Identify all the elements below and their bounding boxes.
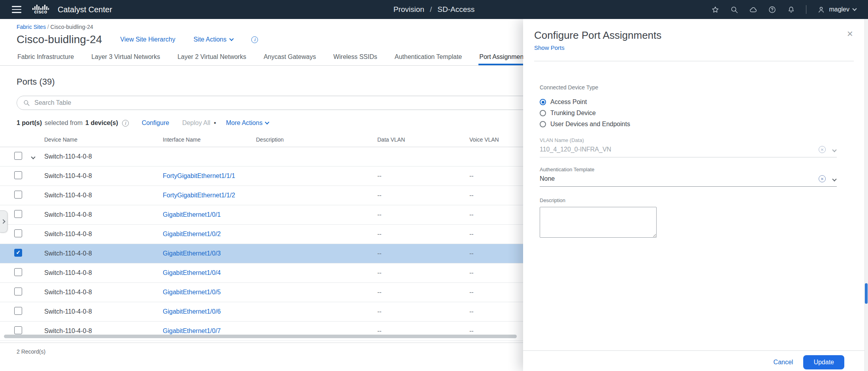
- radio-access-point[interactable]: Access Point: [540, 97, 843, 108]
- site-actions-dropdown[interactable]: Site Actions: [194, 36, 233, 43]
- row-checkbox[interactable]: [14, 326, 22, 334]
- panel-divider: [534, 61, 854, 61]
- interface-link[interactable]: FortyGigabitEthernet1/1/2: [163, 192, 235, 199]
- data-vlan-cell: --: [377, 172, 469, 180]
- tab-layer2-virtual-networks[interactable]: Layer 2 Virtual Networks: [177, 51, 247, 65]
- data-vlan-cell: --: [377, 192, 469, 199]
- device-name-cell: Switch-110-4-0-8: [44, 211, 163, 218]
- notifications-icon[interactable]: [787, 6, 795, 14]
- update-button[interactable]: Update: [803, 355, 844, 369]
- chevron-down-icon: [230, 36, 234, 41]
- radio-icon: [540, 121, 546, 127]
- device-name-cell: Switch-110-4-0-8: [44, 250, 163, 257]
- tab-layer3-virtual-networks[interactable]: Layer 3 Virtual Networks: [90, 51, 161, 65]
- device-name-cell: Switch-110-4-0-8: [44, 269, 163, 276]
- row-checkbox[interactable]: [14, 249, 22, 257]
- tab-port-assignment[interactable]: Port Assignment: [478, 51, 526, 65]
- data-vlan-cell: --: [377, 250, 469, 257]
- column-interface-name[interactable]: Interface Name: [163, 136, 256, 143]
- row-checkbox[interactable]: [14, 171, 22, 179]
- chevron-down-icon: [265, 120, 269, 124]
- top-breadcrumb-separator: /: [430, 5, 432, 14]
- top-breadcrumb: Provision / SD-Access: [394, 5, 474, 14]
- row-checkbox[interactable]: [14, 268, 22, 276]
- device-name-cell: Switch-110-4-0-8: [44, 192, 163, 199]
- configure-button[interactable]: Configure: [142, 119, 169, 127]
- vlan-name-value: 110_4_120_0-INFRA_VN: [540, 145, 837, 154]
- interface-link[interactable]: GigabitEthernet1/0/7: [163, 327, 221, 334]
- row-checkbox[interactable]: [14, 210, 22, 218]
- row-checkbox[interactable]: [14, 191, 22, 199]
- radio-icon: [540, 110, 546, 116]
- column-device-name[interactable]: Device Name: [44, 136, 163, 143]
- user-menu[interactable]: maglev: [817, 6, 856, 14]
- interface-link[interactable]: GigabitEthernet1/0/2: [163, 231, 221, 237]
- authentication-template-value: None: [540, 174, 837, 183]
- help-icon[interactable]: [768, 6, 776, 14]
- vertical-scrollbar-thumb[interactable]: [865, 283, 868, 304]
- view-site-hierarchy-label: View Site Hierarchy: [120, 36, 175, 43]
- interface-link[interactable]: GigabitEthernet1/0/3: [163, 250, 221, 257]
- row-checkbox[interactable]: [14, 288, 22, 295]
- cisco-wordmark: cisco: [34, 10, 47, 14]
- description-textarea[interactable]: [540, 207, 657, 238]
- column-description[interactable]: Description: [256, 136, 377, 143]
- clear-icon[interactable]: ✕: [819, 146, 826, 153]
- data-vlan-cell: --: [377, 289, 469, 296]
- radio-user-devices-endpoints[interactable]: User Devices and Endpoints: [540, 119, 843, 130]
- username: maglev: [829, 6, 849, 13]
- product-title: Catalyst Center: [58, 5, 112, 14]
- vertical-scrollbar-track[interactable]: [864, 19, 868, 371]
- data-vlan-cell: --: [377, 269, 469, 276]
- top-breadcrumb-section[interactable]: Provision: [394, 5, 424, 14]
- tab-fabric-infrastructure[interactable]: Fabric Infrastructure: [17, 51, 75, 65]
- vlan-name-select[interactable]: VLAN Name (Data) 110_4_120_0-INFRA_VN ✕: [540, 137, 837, 157]
- menu-icon[interactable]: [12, 6, 21, 13]
- interface-link[interactable]: FortyGigabitEthernet1/1/1: [163, 172, 235, 179]
- close-icon[interactable]: ×: [847, 28, 853, 39]
- row-checkbox[interactable]: [14, 229, 22, 237]
- tab-authentication-template[interactable]: Authentication Template: [394, 51, 463, 65]
- record-count: 2 Record(s): [17, 348, 45, 355]
- panel-expand-handle[interactable]: [0, 210, 8, 233]
- device-name-cell: Switch-110-4-0-8: [44, 231, 163, 238]
- authentication-template-select[interactable]: Authentication Template None ✕: [540, 166, 837, 187]
- more-actions-dropdown[interactable]: More Actions: [226, 119, 269, 127]
- radio-icon: [540, 99, 546, 105]
- interface-link[interactable]: GigabitEthernet1/0/6: [163, 308, 221, 315]
- clear-icon[interactable]: ✕: [819, 175, 826, 182]
- show-ports-link[interactable]: Show Ports: [534, 44, 565, 51]
- group-checkbox[interactable]: [14, 152, 22, 160]
- deploy-all-button[interactable]: Deploy All: [182, 119, 210, 127]
- radio-trunking-device[interactable]: Trunking Device: [540, 108, 843, 119]
- data-vlan-cell: --: [377, 231, 469, 238]
- breadcrumb-parent[interactable]: Fabric Sites: [17, 24, 46, 30]
- star-icon[interactable]: [711, 6, 719, 14]
- cloud-icon[interactable]: [749, 6, 757, 14]
- row-checkbox[interactable]: [14, 307, 22, 315]
- collapse-chevron-icon[interactable]: [31, 155, 35, 159]
- search-icon[interactable]: [730, 6, 738, 14]
- interface-link[interactable]: GigabitEthernet1/0/5: [163, 289, 221, 295]
- device-name-cell: Switch-110-4-0-8: [44, 172, 163, 180]
- view-site-hierarchy-link[interactable]: View Site Hierarchy: [120, 36, 175, 43]
- authentication-template-label: Authentication Template: [540, 166, 837, 173]
- site-info-icon[interactable]: i: [251, 36, 258, 43]
- connected-device-type-label: Connected Device Type: [540, 84, 843, 91]
- horizontal-scrollbar[interactable]: [4, 335, 517, 338]
- interface-link[interactable]: GigabitEthernet1/0/4: [163, 269, 221, 276]
- column-data-vlan[interactable]: Data VLAN: [377, 136, 469, 143]
- more-actions-label: More Actions: [226, 119, 262, 127]
- data-vlan-cell: --: [377, 308, 469, 315]
- tab-anycast-gateways[interactable]: Anycast Gateways: [263, 51, 317, 65]
- device-name-cell: Switch-110-4-0-8: [44, 308, 163, 315]
- top-breadcrumb-page[interactable]: SD-Access: [437, 5, 474, 14]
- cancel-button[interactable]: Cancel: [774, 359, 793, 366]
- selection-info-icon[interactable]: i: [122, 120, 129, 127]
- search-icon: [23, 99, 30, 106]
- user-icon: [817, 6, 825, 14]
- radio-label: Trunking Device: [550, 110, 596, 117]
- radio-label: Access Point: [550, 98, 587, 106]
- interface-link[interactable]: GigabitEthernet1/0/1: [163, 211, 221, 218]
- tab-wireless-ssids[interactable]: Wireless SSIDs: [333, 51, 378, 65]
